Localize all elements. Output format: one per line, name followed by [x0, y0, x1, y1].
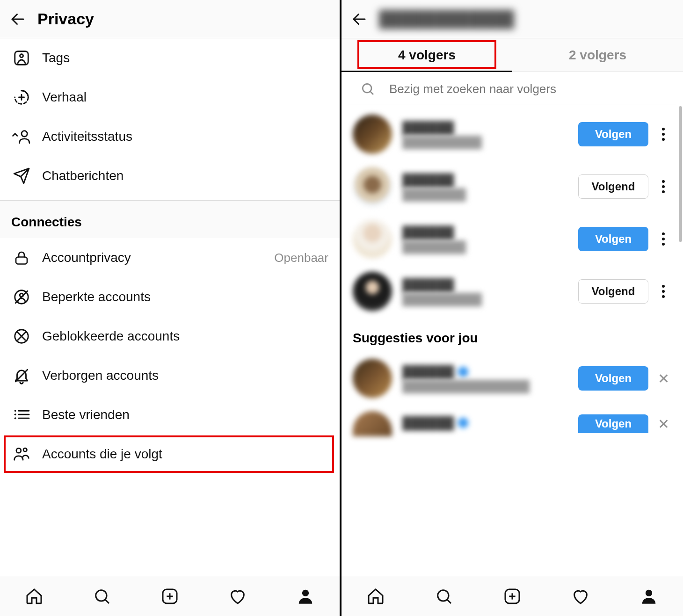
- verified-badge-icon: [458, 367, 468, 377]
- followers-tabs: 4 volgers 2 volgers: [342, 38, 683, 72]
- tab-followers[interactable]: 4 volgers: [342, 38, 512, 72]
- tab-following[interactable]: 2 volgers: [512, 38, 683, 72]
- dismiss-button[interactable]: ✕: [655, 416, 672, 432]
- tab-label: 4 volgers: [398, 48, 456, 63]
- svg-point-22: [16, 448, 21, 453]
- blocked-icon: [11, 326, 32, 347]
- svg-point-29: [302, 589, 309, 596]
- avatar[interactable]: [353, 219, 392, 259]
- dismiss-button[interactable]: ✕: [655, 370, 672, 387]
- following-button[interactable]: Volgend: [578, 174, 648, 199]
- search-icon: [359, 80, 376, 97]
- setting-messages[interactable]: Chatberichten: [0, 156, 340, 200]
- settings-list: Tags Verhaal Activiteitsstatus Chatberic…: [0, 38, 340, 576]
- nav-profile[interactable]: [638, 585, 660, 608]
- svg-point-23: [23, 448, 27, 451]
- scrollbar[interactable]: [679, 106, 682, 242]
- more-options-button[interactable]: [655, 180, 672, 193]
- svg-point-33: [438, 590, 449, 601]
- avatar[interactable]: [353, 411, 392, 436]
- follower-row: ██████ ████████ Volgend: [342, 160, 683, 213]
- setting-meta: Openbaar: [274, 251, 328, 265]
- nav-search[interactable]: [433, 585, 455, 608]
- user-name-block[interactable]: ██████ ██████████: [402, 279, 573, 304]
- setting-activity-status[interactable]: Activiteitsstatus: [0, 117, 340, 156]
- user-name-block[interactable]: ██████ ████████: [402, 174, 573, 199]
- header: Privacy: [0, 0, 340, 38]
- tab-label: 2 volgers: [569, 48, 626, 63]
- user-name-block[interactable]: ██████ ████████: [402, 226, 573, 252]
- user-name-block[interactable]: ██████ ██████████: [402, 122, 573, 147]
- setting-account-privacy[interactable]: Accountprivacy Openbaar: [0, 238, 340, 277]
- nav-activity[interactable]: [226, 585, 249, 608]
- setting-muted[interactable]: Verborgen accounts: [0, 356, 340, 395]
- follow-button[interactable]: Volgen: [578, 122, 648, 146]
- follower-list: ██████ ██████████ Volgen ██████ ████████…: [342, 104, 683, 436]
- followers-body: ██████ ██████████ Volgen ██████ ████████…: [342, 72, 683, 576]
- displayname: ██████████: [402, 293, 573, 304]
- setting-story[interactable]: Verhaal: [0, 78, 340, 117]
- setting-accounts-you-follow[interactable]: Accounts die je volgt: [0, 435, 340, 474]
- bottom-nav: [342, 576, 683, 616]
- nav-create[interactable]: [159, 585, 181, 608]
- user-name-block[interactable]: ██████: [402, 417, 573, 431]
- nav-home[interactable]: [23, 585, 45, 608]
- setting-close-friends[interactable]: Beste vrienden: [0, 395, 340, 435]
- avatar[interactable]: [353, 272, 392, 311]
- search-row: [348, 72, 676, 104]
- nav-activity[interactable]: [569, 585, 592, 608]
- more-options-button[interactable]: [655, 232, 672, 246]
- setting-restricted[interactable]: Beperkte accounts: [0, 277, 340, 317]
- lock-icon: [11, 247, 32, 268]
- displayname: ████████: [402, 188, 573, 199]
- nav-home[interactable]: [364, 585, 387, 608]
- header: ████████████: [342, 0, 683, 38]
- setting-blocked[interactable]: Geblokkeerde accounts: [0, 317, 340, 356]
- bottom-nav: [0, 576, 340, 616]
- privacy-settings-panel: Privacy Tags Verhaal Activiteitsstatus: [0, 0, 342, 616]
- search-input[interactable]: [389, 82, 665, 96]
- following-button[interactable]: Volgend: [578, 279, 648, 304]
- displayname: ██████████: [402, 136, 573, 147]
- nav-search[interactable]: [91, 585, 113, 608]
- avatar[interactable]: [353, 167, 392, 206]
- setting-label: Verborgen accounts: [42, 368, 159, 383]
- arrow-left-icon: [9, 11, 26, 28]
- setting-label: Accountprivacy: [42, 250, 131, 265]
- svg-point-2: [20, 54, 23, 58]
- send-icon: [11, 166, 32, 186]
- followers-panel: ████████████ 4 volgers 2 volgers ██████ …: [342, 0, 683, 616]
- username: ██████: [402, 122, 573, 134]
- displayname: ████████████████: [402, 380, 573, 391]
- nav-profile[interactable]: [294, 585, 317, 608]
- avatar[interactable]: [353, 115, 392, 154]
- setting-label: Accounts die je volgt: [42, 447, 162, 462]
- more-options-button[interactable]: [655, 128, 672, 141]
- back-button[interactable]: [350, 10, 369, 29]
- nav-create[interactable]: [501, 585, 523, 608]
- follow-button[interactable]: Volgen: [578, 366, 648, 391]
- more-options-button[interactable]: [655, 285, 672, 298]
- setting-label: Beperkte accounts: [42, 290, 151, 304]
- svg-line-25: [105, 599, 109, 603]
- suggestion-row: ██████ ████████████████ Volgen ✕: [342, 352, 683, 405]
- suggestion-row: ██████ Volgen ✕: [342, 405, 683, 436]
- setting-label: Verhaal: [42, 90, 87, 105]
- section-header-connections: Connecties: [0, 200, 340, 238]
- back-button[interactable]: [8, 10, 27, 29]
- follow-button[interactable]: Volgen: [578, 227, 648, 251]
- close-friends-icon: [11, 405, 32, 425]
- setting-tags[interactable]: Tags: [0, 38, 340, 78]
- svg-marker-20: [14, 417, 16, 420]
- username: ██████: [402, 226, 573, 239]
- story-icon: [11, 87, 32, 108]
- setting-label: Beste vrienden: [42, 407, 130, 422]
- follower-row: ██████ ██████████ Volgend: [342, 265, 683, 318]
- follow-button[interactable]: Volgen: [578, 414, 648, 433]
- setting-label: Activiteitsstatus: [42, 129, 132, 144]
- avatar[interactable]: [353, 359, 392, 398]
- svg-marker-18: [14, 413, 16, 416]
- setting-label: Geblokkeerde accounts: [42, 329, 180, 344]
- follower-row: ██████ ██████████ Volgen: [342, 108, 683, 160]
- user-name-block[interactable]: ██████ ████████████████: [402, 366, 573, 391]
